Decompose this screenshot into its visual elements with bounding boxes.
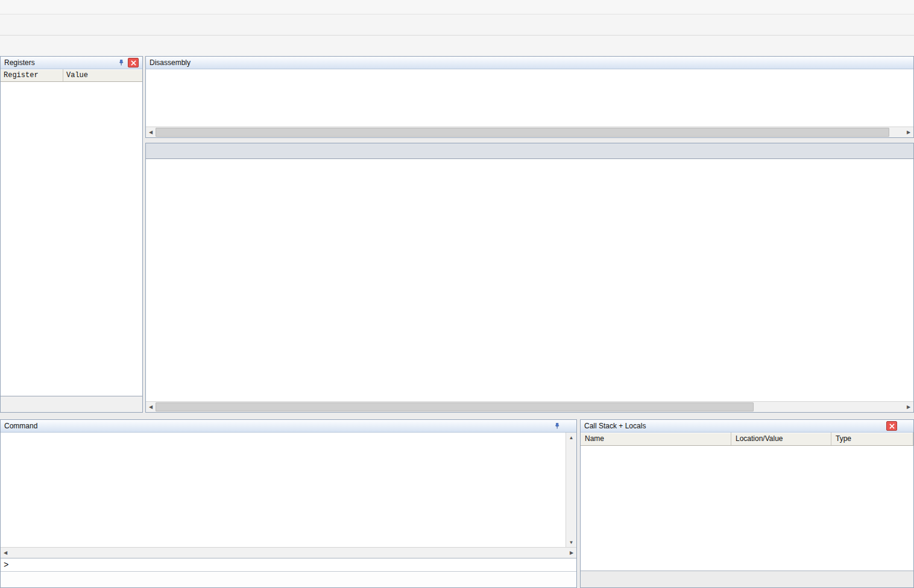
column-name: Name bbox=[581, 433, 731, 445]
keil-uvision-window: Registers Register Value Disassembly bbox=[0, 0, 914, 588]
registers-panel: Registers Register Value bbox=[0, 56, 143, 413]
disassembly-body[interactable] bbox=[146, 69, 913, 127]
scroll-right-icon[interactable]: ▶ bbox=[904, 402, 913, 412]
callstack-column-header: Name Location/Value Type bbox=[581, 433, 913, 446]
scrollbar-thumb[interactable] bbox=[156, 402, 754, 411]
registers-tree bbox=[1, 82, 142, 396]
pin-icon[interactable] bbox=[552, 422, 562, 430]
command-output bbox=[1, 433, 566, 547]
close-icon[interactable] bbox=[128, 58, 139, 67]
disassembly-hscrollbar[interactable]: ◀ ▶ bbox=[146, 127, 913, 137]
column-location-value: Location/Value bbox=[731, 433, 831, 445]
command-prompt: > bbox=[4, 560, 8, 570]
callstack-title: Call Stack + Locals bbox=[584, 422, 910, 430]
scroll-down-icon[interactable]: ▼ bbox=[567, 537, 576, 547]
command-panel: Command ▲ ▼ ◀ ▶ > bbox=[0, 419, 577, 588]
menubar bbox=[0, 0, 914, 14]
bottom-area: Command ▲ ▼ ◀ ▶ > bbox=[0, 419, 914, 588]
command-output-area: ▲ ▼ bbox=[1, 433, 576, 547]
column-register: Register bbox=[1, 69, 63, 81]
disassembly-title: Disassembly bbox=[150, 58, 910, 67]
editor-panel: ◀ ▶ bbox=[145, 143, 914, 413]
file-toolbar bbox=[0, 14, 914, 36]
editor-body[interactable] bbox=[146, 159, 913, 401]
column-value: Value bbox=[63, 69, 142, 81]
right-column: Disassembly ◀ ▶ ◀ ▶ bbox=[145, 56, 914, 413]
scrollbar-thumb[interactable] bbox=[156, 128, 889, 137]
close-icon[interactable] bbox=[886, 421, 897, 431]
editor-hscrollbar[interactable]: ◀ ▶ bbox=[146, 401, 913, 412]
callstack-panel: Call Stack + Locals Name Location/Value … bbox=[580, 419, 914, 588]
callstack-caption: Call Stack + Locals bbox=[581, 420, 913, 433]
command-hscrollbar[interactable]: ◀ ▶ bbox=[1, 547, 576, 558]
bottom-right-tabs bbox=[581, 571, 913, 587]
scroll-right-icon[interactable]: ▶ bbox=[567, 548, 576, 558]
scroll-left-icon[interactable]: ◀ bbox=[146, 402, 156, 412]
command-title: Command bbox=[4, 422, 550, 430]
disassembly-caption: Disassembly bbox=[146, 57, 913, 69]
scroll-right-icon[interactable]: ▶ bbox=[904, 128, 913, 137]
scroll-left-icon[interactable]: ◀ bbox=[1, 548, 10, 558]
workspace: Registers Register Value Disassembly bbox=[0, 56, 914, 413]
registers-caption: Registers bbox=[1, 57, 142, 69]
horizontal-splitter[interactable] bbox=[145, 138, 914, 143]
command-keyword-bar bbox=[1, 571, 576, 587]
registers-title: Registers bbox=[4, 58, 115, 67]
command-vscrollbar[interactable]: ▲ ▼ bbox=[566, 433, 576, 547]
pin-icon[interactable] bbox=[116, 58, 126, 67]
callstack-body bbox=[581, 446, 913, 571]
debug-toolbar bbox=[0, 36, 914, 57]
left-panel-tabs bbox=[1, 396, 142, 412]
scroll-up-icon[interactable]: ▲ bbox=[567, 433, 576, 442]
scroll-left-icon[interactable]: ◀ bbox=[146, 128, 156, 137]
main-horizontal-splitter[interactable] bbox=[0, 413, 914, 419]
document-tabs bbox=[146, 143, 913, 159]
registers-column-header: Register Value bbox=[1, 69, 142, 82]
disassembly-panel: Disassembly ◀ ▶ bbox=[145, 56, 914, 138]
command-input[interactable]: > bbox=[1, 558, 576, 571]
column-type: Type bbox=[831, 433, 913, 445]
command-caption: Command bbox=[1, 420, 576, 433]
